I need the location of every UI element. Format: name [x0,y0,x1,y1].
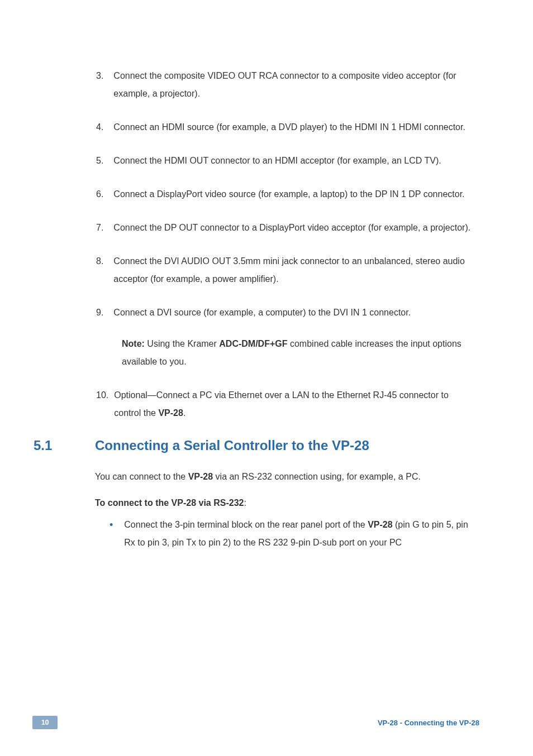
text-bold: VP-28 [188,472,213,481]
section-title: Connecting a Serial Controller to the VP… [95,438,369,453]
list-text: Connect the DP OUT connector to a Displa… [113,219,477,237]
bullet-item: • Connect the 3-pin terminal block on th… [56,516,477,552]
text-bold: VP-28 [368,520,392,529]
list-text: Connect a DisplayPort video source (for … [113,185,477,203]
list-number: 5. [56,152,113,170]
page-footer: 10 VP-28 - Connecting the VP-28 [0,714,533,729]
list-item: 10. Optional—Connect a PC via Ethernet o… [56,386,477,422]
list-number: 9. [56,304,113,322]
subhead-text: To connect to the VP-28 via RS-232 [95,498,244,508]
list-item: 4. Connect an HDMI source (for example, … [56,118,477,136]
text-before: You can connect to the [95,472,188,481]
list-item: 8. Connect the DVI AUDIO OUT 3.5mm mini … [56,252,477,288]
section-heading: 5.1 Connecting a Serial Controller to th… [34,438,477,453]
note-paragraph: Note: Using the Kramer ADC-DM/DF+GF comb… [56,335,477,371]
list-item: 9. Connect a DVI source (for example, a … [56,304,477,322]
text-after: . [183,408,185,418]
text-bold: VP-28 [158,408,183,418]
note-bold: ADC-DM/DF+GF [219,339,287,348]
body-paragraph: You can connect to the VP-28 via an RS-2… [56,468,477,486]
bullet-icon: • [110,516,124,552]
list-text: Connect the HDMI OUT connector to an HDM… [113,152,477,170]
list-number: 4. [56,118,113,136]
list-number: 7. [56,219,113,237]
sub-heading: To connect to the VP-28 via RS-232: [56,498,477,508]
text-after: via an RS-232 connection using, for exam… [213,472,421,481]
footer-title: VP-28 - Connecting the VP-28 [378,719,479,727]
section-number: 5.1 [34,438,95,453]
list-text: Optional—Connect a PC via Ethernet over … [114,386,477,422]
list-number: 3. [56,67,113,103]
note-before: Using the Kramer [145,339,219,348]
list-number: 10. [56,386,114,422]
list-number: 6. [56,185,113,203]
list-text: Connect a DVI source (for example, a com… [113,304,477,322]
list-item: 6. Connect a DisplayPort video source (f… [56,185,477,203]
page-content: 3. Connect the composite VIDEO OUT RCA c… [0,0,533,552]
list-text: Connect an HDMI source (for example, a D… [113,118,477,136]
list-number: 8. [56,252,113,288]
text-before: Connect the 3-pin terminal block on the … [124,520,368,529]
list-item: 5. Connect the HDMI OUT connector to an … [56,152,477,170]
page-number-badge: 10 [32,716,58,729]
bullet-text: Connect the 3-pin terminal block on the … [124,516,477,552]
note-label: Note: [122,339,145,348]
subhead-suffix: : [244,498,246,508]
list-text: Connect the composite VIDEO OUT RCA conn… [113,67,477,103]
list-item: 3. Connect the composite VIDEO OUT RCA c… [56,67,477,103]
list-text: Connect the DVI AUDIO OUT 3.5mm mini jac… [113,252,477,288]
list-item: 7. Connect the DP OUT connector to a Dis… [56,219,477,237]
